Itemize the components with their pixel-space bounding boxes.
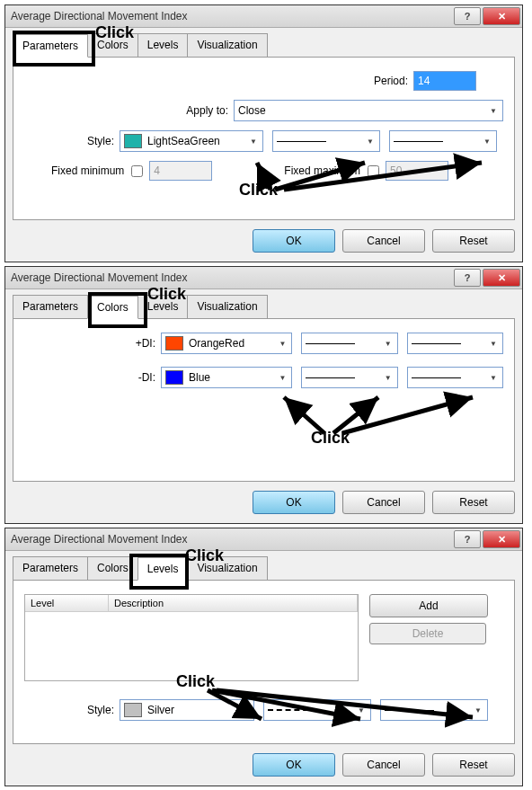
style-color-swatch <box>124 134 142 148</box>
minus-di-line-dropdown[interactable] <box>301 367 397 388</box>
level-color-dropdown[interactable]: Silver <box>120 699 254 721</box>
period-label: Period: <box>374 75 408 87</box>
dialog-colors: Average Directional Movement Index ? ✕ P… <box>4 266 523 524</box>
window-title: Average Directional Movement Index <box>5 271 188 284</box>
tab-content-parameters: Period: Apply to: Close Style: LightSeaG… <box>13 58 515 220</box>
applyto-label: Apply to: <box>186 104 228 117</box>
fixed-max-checkbox[interactable] <box>368 165 379 177</box>
delete-button[interactable]: Delete <box>369 623 486 644</box>
tab-content-levels: Level Description Add Delete Style: Silv… <box>13 581 515 744</box>
style-color-name: LightSeaGreen <box>147 135 220 147</box>
levels-table-header: Level Description <box>25 595 358 612</box>
reset-button[interactable]: Reset <box>432 229 515 253</box>
tab-content-colors: +DI: OrangeRed -DI: Blue <box>13 319 515 482</box>
level-width-dropdown[interactable] <box>380 699 488 721</box>
tab-colors[interactable]: Colors <box>87 556 138 580</box>
line-preview-icon <box>412 343 461 344</box>
dialog-levels: Average Directional Movement Index ? ✕ P… <box>4 528 523 786</box>
plus-di-label: +DI: <box>24 337 161 350</box>
reset-button[interactable]: Reset <box>432 753 515 777</box>
fixed-max-input[interactable] <box>386 161 448 181</box>
tab-parameters[interactable]: Parameters <box>13 556 88 580</box>
close-button[interactable]: ✕ <box>483 530 520 548</box>
tab-bar: Parameters Colors Levels Visualization <box>13 556 515 581</box>
tab-levels[interactable]: Levels <box>137 295 189 318</box>
style-color-dropdown[interactable]: LightSeaGreen <box>120 130 263 152</box>
line-preview-icon <box>385 710 434 711</box>
minus-di-color-dropdown[interactable]: Blue <box>161 367 292 388</box>
cancel-button[interactable]: Cancel <box>342 753 425 777</box>
cancel-button[interactable]: Cancel <box>342 491 425 514</box>
fixed-max-label: Fixed maximum <box>284 164 360 177</box>
tab-levels[interactable]: Levels <box>137 557 189 581</box>
minus-di-width-dropdown[interactable] <box>407 367 503 388</box>
style-width-dropdown[interactable] <box>389 130 497 152</box>
cancel-button[interactable]: Cancel <box>342 229 425 253</box>
plus-di-swatch <box>165 336 183 351</box>
tab-parameters[interactable]: Parameters <box>13 34 88 58</box>
plus-di-line-dropdown[interactable] <box>301 333 397 354</box>
line-preview-icon <box>277 141 326 142</box>
level-color-name: Silver <box>147 704 174 716</box>
levels-table[interactable]: Level Description <box>24 594 359 681</box>
tab-parameters[interactable]: Parameters <box>13 295 88 318</box>
period-input[interactable] <box>413 71 476 91</box>
line-preview-icon <box>394 141 443 142</box>
titlebar: Average Directional Movement Index ? ✕ <box>5 5 522 28</box>
applyto-value: Close <box>238 104 266 117</box>
close-button[interactable]: ✕ <box>483 7 520 25</box>
ok-button[interactable]: OK <box>253 753 335 777</box>
minus-di-label: -DI: <box>24 371 161 384</box>
tab-bar: Parameters Colors Levels Visualization <box>13 295 515 319</box>
window-title: Average Directional Movement Index <box>5 533 188 546</box>
line-preview-icon <box>412 377 461 378</box>
dialog-parameters: Average Directional Movement Index ? ✕ P… <box>4 4 523 262</box>
add-button[interactable]: Add <box>369 594 488 617</box>
minus-di-color-name: Blue <box>189 371 210 384</box>
window-title: Average Directional Movement Index <box>5 10 188 22</box>
tab-visualization[interactable]: Visualization <box>187 33 267 57</box>
tab-levels[interactable]: Levels <box>137 33 189 57</box>
plus-di-width-dropdown[interactable] <box>407 333 503 354</box>
plus-di-color-name: OrangeRed <box>189 337 244 350</box>
fixed-min-checkbox[interactable] <box>131 165 143 177</box>
tab-visualization[interactable]: Visualization <box>187 556 267 580</box>
minus-di-swatch <box>165 370 183 385</box>
tab-bar: Parameters Colors Levels Visualization <box>13 33 515 58</box>
help-button[interactable]: ? <box>454 269 481 287</box>
fixed-min-label: Fixed minimum <box>51 164 124 177</box>
ok-button[interactable]: OK <box>253 491 335 514</box>
tab-colors[interactable]: Colors <box>87 296 138 319</box>
dashed-line-icon <box>268 709 317 711</box>
tab-visualization[interactable]: Visualization <box>187 295 267 318</box>
style-label: Style: <box>24 135 120 147</box>
ok-button[interactable]: OK <box>253 229 335 253</box>
col-description: Description <box>109 595 358 611</box>
close-button[interactable]: ✕ <box>483 269 520 287</box>
style-label: Style: <box>24 704 120 716</box>
tab-colors[interactable]: Colors <box>87 33 138 57</box>
help-button[interactable]: ? <box>454 7 481 25</box>
titlebar: Average Directional Movement Index ? ✕ <box>5 267 522 289</box>
reset-button[interactable]: Reset <box>432 491 515 514</box>
style-line-dropdown[interactable] <box>272 130 380 152</box>
applyto-dropdown[interactable]: Close <box>234 100 503 121</box>
fixed-min-input[interactable] <box>149 161 212 181</box>
titlebar: Average Directional Movement Index ? ✕ <box>5 528 522 551</box>
level-line-dropdown[interactable] <box>263 699 371 721</box>
level-color-swatch <box>124 703 142 717</box>
line-preview-icon <box>306 377 355 378</box>
line-preview-icon <box>306 343 355 344</box>
plus-di-color-dropdown[interactable]: OrangeRed <box>161 333 292 354</box>
col-level: Level <box>25 595 109 611</box>
help-button[interactable]: ? <box>454 530 481 548</box>
